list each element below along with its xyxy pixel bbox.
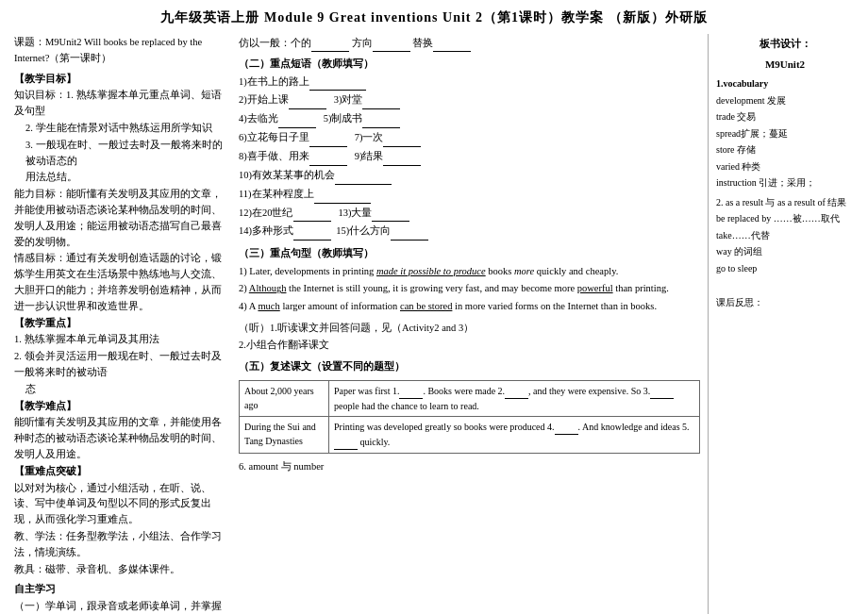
- knowledge-goals-3: 3. 一般现在时、一般过去时及一般将来时的被动语态的: [14, 138, 231, 170]
- blank-p13[interactable]: [372, 205, 409, 223]
- right-vocab-section: 1.vocabulary development 发展 trade 交易 spr…: [716, 76, 854, 191]
- sentence-2: 2) Although the Internet is still young,…: [239, 280, 700, 297]
- knowledge-goals-4: 用法总结。: [14, 170, 231, 186]
- vocab-item-1: development 发展: [716, 93, 854, 109]
- blank-dir2[interactable]: [373, 35, 410, 52]
- difficulty: 能听懂有关发明及其应用的文章，并能使用各种时态的被动语态谈论某种物品发明的时间、…: [14, 415, 231, 462]
- left-column: 课题：M9Unit2 Will books be replaced by the…: [14, 34, 231, 614]
- key-point-2: 2. 领会并灵活运用一般现在时、一般过去时及一般将来时的被动语: [14, 349, 231, 381]
- way-note: way 的词组: [716, 244, 854, 260]
- blank-p1[interactable]: [309, 74, 366, 91]
- section2-header: （二）重点短语（教师填写）: [239, 56, 700, 72]
- emotion-goals: 情感目标：通过有关发明创造话题的讨论，锻炼学生用英文在生活场景中熟练地与人交流、…: [14, 251, 231, 314]
- retell-table: About 2,000 years ago Paper was first 1.…: [239, 380, 700, 454]
- blank-p12[interactable]: [293, 205, 331, 223]
- tblank-5[interactable]: [334, 435, 358, 450]
- key-points-header: 【教学重点】: [14, 316, 231, 332]
- phrase-6: 6)立花每日子里 7)一次: [239, 129, 700, 147]
- blank-p10[interactable]: [335, 167, 392, 185]
- teaching-methods: 教、学法：任务型教学法，小组法、合作学习法，情境演练。: [14, 529, 231, 561]
- listen-note: （听）1.听读课文并回答问题，见（Activity2 and 3）: [239, 320, 700, 336]
- sentence-4: 4) A much larger amount of information c…: [239, 298, 700, 315]
- phrase-12: 12)在20世纪 13)大量: [239, 205, 700, 223]
- knowledge-goals-2: 2. 学生能在情景对话中熟练运用所学知识: [14, 121, 231, 137]
- blank-p6[interactable]: [309, 129, 347, 147]
- section5-header: （五）复述课文（设置不同的题型）: [239, 358, 700, 374]
- teaching-tools: 教具：磁带、录音机、多媒体课件。: [14, 562, 231, 578]
- right-column: 板书设计： M9Unit2 1.vocabulary development 发…: [708, 34, 854, 614]
- right-result-section: 2. as a result 与 as a result of 结果 be re…: [716, 195, 854, 277]
- difficulty-header: 【教学难点】: [14, 399, 231, 415]
- table-cell-time-1: About 2,000 years ago: [240, 381, 329, 417]
- board-header: 板书设计：: [716, 35, 854, 52]
- blank-p15[interactable]: [391, 223, 428, 241]
- table-cell-content-1: Paper was first 1. . Books were made 2. …: [329, 381, 700, 417]
- after-class: 课后反思：: [716, 295, 854, 311]
- blank-p3[interactable]: [362, 91, 400, 109]
- tblank-4[interactable]: [555, 420, 578, 435]
- phrases-list: 1)在书上的路上 2)开始上课 3)对堂 4)去临光 5)制成书 6)立花每日子…: [239, 74, 700, 241]
- blank-p9[interactable]: [383, 148, 421, 166]
- replace-phrase: be replaced by ……被……取代: [716, 211, 854, 227]
- blank-replace[interactable]: [433, 35, 471, 52]
- page: 九年级英语上册 Module 9 Great inventions Unit 2…: [0, 0, 868, 614]
- right-vocab-header: 1.vocabulary: [716, 76, 854, 92]
- key-break: 以对对为核心，通过小组活动，在听、说、读、写中使单词及句型以不同的形式反复出现，…: [14, 481, 231, 528]
- header-line: 仿以一般：个的 方向 替换: [239, 35, 700, 52]
- amount-note: 6. amount 与 number: [239, 458, 700, 474]
- blank-p2[interactable]: [289, 91, 326, 109]
- vocab-item-2: trade 交易: [716, 109, 854, 125]
- blank-p7[interactable]: [383, 129, 421, 147]
- blank-p8[interactable]: [309, 148, 347, 166]
- key-break-header: 【重难点突破】: [14, 464, 231, 480]
- listen-note-2: 2.小组合作翻译课文: [239, 337, 700, 353]
- phrase-10: 10)有效某某事的机会: [239, 167, 700, 185]
- table-cell-time-2: During the Sui and Tang Dynasties: [240, 417, 329, 454]
- table-row-2: During the Sui and Tang Dynasties Printi…: [240, 417, 700, 454]
- board-unit: M9Unit2: [716, 56, 854, 73]
- key-point-1: 1. 熟练掌握本单元单词及其用法: [14, 332, 231, 348]
- content-wrapper: 课题：M9Unit2 Will books be replaced by the…: [14, 34, 854, 614]
- blank-p14[interactable]: [293, 223, 331, 241]
- blank-p11[interactable]: [314, 186, 371, 204]
- phrase-14: 14)多种形式 15)什么方向: [239, 223, 700, 241]
- phrase-4: 4)去临光 5)制成书: [239, 110, 700, 128]
- middle-column: 仿以一般：个的 方向 替换 （二）重点短语（教师填写） 1)在书上的路上 2)开…: [239, 34, 700, 614]
- blank-p4[interactable]: [278, 110, 316, 128]
- tblank-2[interactable]: [505, 384, 528, 399]
- tblank-3[interactable]: [650, 384, 674, 399]
- phrase-11: 11)在某种程度上: [239, 186, 700, 204]
- main-title: 九年级英语上册 Module 9 Great inventions Unit 2…: [14, 9, 854, 26]
- blank-direction[interactable]: [311, 35, 349, 52]
- vocab-item-6: instruction 引进；采用；: [716, 175, 854, 191]
- table-cell-content-2: Printing was developed greatly so books …: [329, 417, 700, 454]
- vocab-item-3: spread扩展；蔓延: [716, 126, 854, 142]
- phrase-2: 2)开始上课 3)对堂: [239, 91, 700, 109]
- knowledge-goals: 知识目标：1. 熟练掌握本单元重点单词、短语及句型: [14, 88, 231, 120]
- lesson-title: 课题：M9Unit2 Will books be replaced by the…: [14, 35, 231, 67]
- result-header: 2. as a result 与 as a result of 结果: [716, 195, 854, 211]
- after-class-section: 课后反思：: [716, 295, 854, 311]
- go-sleep: go to sleep: [716, 261, 854, 277]
- key-point-2b: 态: [14, 382, 231, 398]
- phrase-8: 8)喜手做、用来 9)结果: [239, 148, 700, 166]
- self-study-header: 自主学习: [14, 582, 231, 598]
- blank-p5[interactable]: [362, 110, 400, 128]
- phrase-1: 1)在书上的路上: [239, 74, 700, 91]
- sentence-1: 1) Later, developments in printing made …: [239, 263, 700, 280]
- take-place-phrase: take……代替: [716, 228, 854, 244]
- vocab-item-4: store 存储: [716, 142, 854, 158]
- sentences-list: 1) Later, developments in printing made …: [239, 263, 700, 316]
- table-row-1: About 2,000 years ago Paper was first 1.…: [240, 381, 700, 417]
- self-study-1: （一）学单词，跟录音或老师读单词，并掌握其拼写: [14, 599, 231, 614]
- tblank-1[interactable]: [399, 384, 423, 399]
- section3-header: （三）重点句型（教师填写）: [239, 245, 700, 261]
- ability-goals: 能力目标：能听懂有关发明及其应用的文章，并能使用被动语态谈论某种物品发明的时间、…: [14, 187, 231, 250]
- vocab-item-5: varied 种类: [716, 159, 854, 175]
- teaching-goals-header: 【教学目标】: [14, 72, 231, 88]
